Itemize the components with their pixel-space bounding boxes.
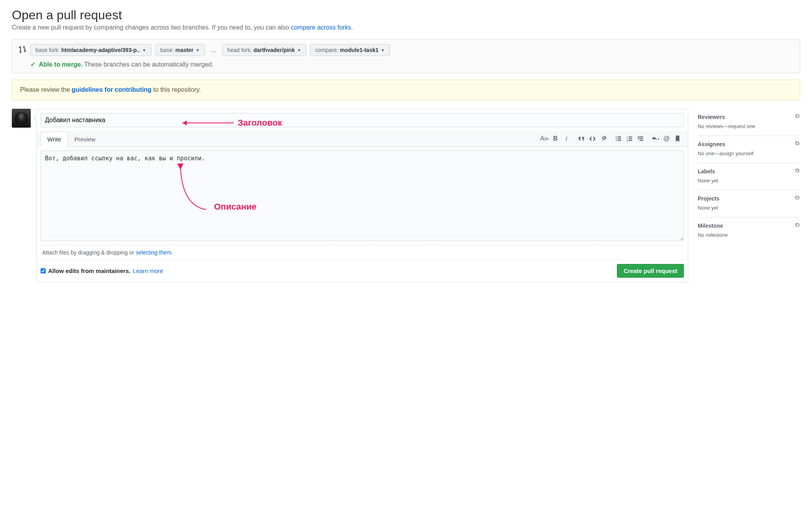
assignees-title: Assignees: [698, 141, 725, 147]
italic-icon[interactable]: i: [562, 135, 570, 143]
check-icon: ✓: [30, 61, 35, 68]
gear-icon[interactable]: [795, 222, 800, 229]
attach-hint: Attach files by dragging & dropping or s…: [41, 245, 684, 260]
pr-body-textarea[interactable]: [41, 150, 684, 241]
head-fork-value: darthvader/pink: [253, 47, 295, 53]
attach-hint-pre: Attach files by dragging & dropping or: [42, 249, 136, 256]
page-subtitle: Create a new pull request by comparing c…: [12, 24, 800, 31]
gear-icon[interactable]: [795, 168, 800, 175]
link-icon[interactable]: [600, 135, 607, 143]
code-icon[interactable]: [589, 135, 596, 143]
contributing-notice: Please review the guidelines for contrib…: [12, 80, 800, 100]
assign-yourself-link[interactable]: assign yourself: [719, 150, 754, 156]
milestone-body: No milestone: [698, 232, 800, 238]
base-branch-selector[interactable]: base: master ▼: [155, 44, 205, 56]
allow-edits-checkbox[interactable]: [41, 268, 46, 273]
caret-down-icon: ▼: [142, 48, 146, 52]
assignees-body: No one—assign yourself: [698, 150, 800, 156]
comment-box: Заголовок Write Preview AA▾ B i: [36, 109, 688, 282]
sidebar-milestone: Milestone No milestone: [698, 217, 800, 244]
labels-title: Labels: [698, 168, 715, 175]
subtitle-pre: Create a new pull request by comparing c…: [12, 24, 291, 31]
base-value: master: [175, 47, 194, 53]
pr-title-input[interactable]: [41, 113, 684, 127]
base-label: base:: [160, 47, 174, 53]
head-fork-selector[interactable]: head fork: darthvader/pink ▼: [222, 44, 306, 56]
list-ordered-icon[interactable]: [626, 135, 633, 143]
merge-status: ✓ Able to merge. These branches can be a…: [19, 61, 793, 68]
compare-box: base fork: htmlacademy-adaptive/393-p.. …: [12, 39, 800, 73]
guidelines-link[interactable]: guidelines for contributing: [72, 86, 152, 93]
merge-msg: These branches can be automatically merg…: [84, 61, 214, 68]
allow-edits-label: Allow edits from maintainers.: [48, 267, 130, 274]
head-fork-label: head fork:: [227, 47, 252, 53]
subtitle-post: .: [351, 24, 353, 31]
page-title: Open a pull request: [12, 8, 800, 22]
caret-down-icon: ▼: [196, 48, 200, 52]
compare-label: compare:: [315, 47, 338, 53]
merge-ok-text: Able to merge.: [39, 61, 82, 68]
quote-icon[interactable]: [577, 135, 585, 143]
comment-arrow-icon: [34, 115, 37, 121]
learn-more-link[interactable]: Learn more: [133, 267, 163, 274]
reviewers-title: Reviewers: [698, 114, 725, 120]
projects-body: None yet: [698, 205, 800, 211]
reviewers-body: No reviews—request one: [698, 123, 800, 129]
gear-icon[interactable]: [795, 113, 800, 120]
sidebar-assignees: Assignees No one—assign yourself: [698, 136, 800, 163]
base-fork-selector[interactable]: base fork: htmlacademy-adaptive/393-p.. …: [30, 44, 151, 56]
editor-tab-bar: Write Preview AA▾ B i: [37, 131, 688, 147]
bold-icon[interactable]: B: [551, 135, 559, 143]
git-compare-icon: [19, 46, 26, 55]
caret-down-icon: ▼: [381, 48, 385, 52]
sidebar: Reviewers No reviews—request one Assigne…: [698, 109, 800, 244]
tasklist-icon[interactable]: [637, 135, 644, 143]
tab-preview[interactable]: Preview: [68, 132, 102, 147]
compare-ellipsis: …: [209, 46, 218, 54]
projects-title: Projects: [698, 195, 719, 202]
compare-branch-selector[interactable]: compare: module1-task1 ▼: [310, 44, 390, 56]
markdown-toolbar: AA▾ B i ▾: [538, 132, 684, 146]
base-fork-label: base fork:: [35, 47, 60, 53]
labels-body: None yet: [698, 178, 800, 184]
reply-icon[interactable]: ▾: [652, 135, 659, 143]
attach-select-link[interactable]: selecting them: [136, 249, 171, 256]
notice-pre: Please review the: [20, 86, 72, 93]
caret-down-icon: ▼: [297, 48, 301, 52]
attach-hint-post: .: [171, 249, 173, 256]
text-size-icon[interactable]: AA▾: [540, 135, 548, 143]
compare-forks-link[interactable]: compare across forks: [291, 24, 351, 31]
gear-icon[interactable]: [795, 195, 800, 202]
gear-icon[interactable]: [795, 141, 800, 147]
allow-edits-row: Allow edits from maintainers. Learn more: [41, 267, 163, 274]
assignees-body-pre: No one—: [698, 150, 719, 156]
bookmark-icon[interactable]: [674, 135, 682, 143]
list-unordered-icon[interactable]: [615, 135, 622, 143]
sidebar-reviewers: Reviewers No reviews—request one: [698, 109, 800, 136]
create-pr-button[interactable]: Create pull request: [617, 264, 684, 278]
tab-write[interactable]: Write: [41, 132, 68, 147]
sidebar-labels: Labels None yet: [698, 163, 800, 190]
notice-post: to this repository.: [153, 86, 201, 93]
mention-icon[interactable]: @: [663, 135, 670, 143]
milestone-title: Milestone: [698, 223, 723, 229]
avatar: [12, 109, 31, 128]
base-fork-value: htmlacademy-adaptive/393-p..: [61, 47, 140, 53]
compare-value: module1-task1: [340, 47, 378, 53]
sidebar-projects: Projects None yet: [698, 190, 800, 217]
